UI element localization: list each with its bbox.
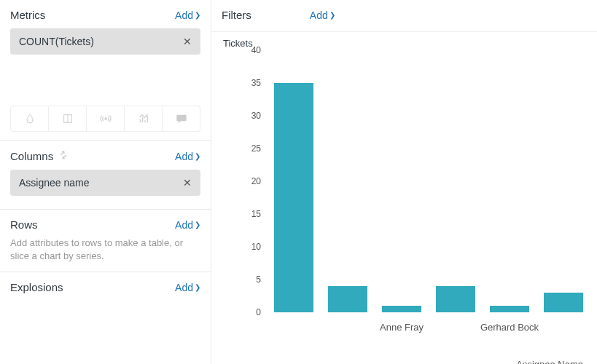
y-tick: 10 xyxy=(239,242,261,252)
filters-add-button[interactable]: Add ❯ xyxy=(310,9,335,21)
explosions-add-button[interactable]: Add ❯ xyxy=(175,282,200,293)
y-tick: 40 xyxy=(239,45,261,55)
rows-title: Rows xyxy=(10,218,38,231)
bars-area xyxy=(267,50,590,312)
main-panel: Filters Add ❯ Tickets 0510152025303540An… xyxy=(211,0,597,364)
y-tick: 35 xyxy=(239,78,261,88)
metrics-title: Metrics xyxy=(10,9,45,21)
explosions-title: Explosions xyxy=(10,281,63,293)
bar[interactable] xyxy=(436,286,475,312)
y-tick: 15 xyxy=(239,209,261,219)
column-pill[interactable]: Assignee name ✕ xyxy=(10,170,200,196)
swap-icon[interactable] xyxy=(58,150,69,162)
viz-type-row xyxy=(10,106,200,132)
chart-title: Tickets xyxy=(223,38,590,49)
y-tick: 5 xyxy=(239,274,261,285)
bar[interactable] xyxy=(490,306,528,312)
chevron-right-icon: ❯ xyxy=(329,11,335,19)
columns-title: Columns xyxy=(10,150,53,162)
bar[interactable] xyxy=(382,306,421,312)
droplet-icon[interactable] xyxy=(10,106,49,132)
chart-icon[interactable] xyxy=(125,106,163,132)
x-tick-label: Anne Fray xyxy=(380,322,424,333)
close-icon[interactable]: ✕ xyxy=(183,178,192,188)
bar[interactable] xyxy=(544,293,582,312)
chevron-right-icon: ❯ xyxy=(195,11,200,19)
columns-section: Columns Add ❯ Assignee name ✕ xyxy=(0,141,211,210)
y-tick: 25 xyxy=(239,143,261,154)
bar-chart: 0510152025303540Anne FrayGerhard Bock xyxy=(226,50,590,327)
rows-section: Rows Add ❯ Add attributes to rows to mak… xyxy=(0,210,211,272)
broadcast-icon[interactable] xyxy=(87,106,125,132)
columns-add-button[interactable]: Add ❯ xyxy=(175,151,200,162)
y-tick: 20 xyxy=(239,176,261,186)
metrics-section: Metrics Add ❯ COUNT(Tickets) ✕ xyxy=(0,0,211,141)
chevron-right-icon: ❯ xyxy=(195,283,200,291)
config-sidebar: Metrics Add ❯ COUNT(Tickets) ✕ xyxy=(0,0,211,364)
rows-add-button[interactable]: Add ❯ xyxy=(175,219,200,231)
chevron-right-icon: ❯ xyxy=(195,152,200,160)
columns-icon[interactable] xyxy=(49,106,87,132)
chevron-right-icon: ❯ xyxy=(195,221,200,229)
filters-title: Filters xyxy=(222,9,251,21)
x-tick-label: Gerhard Bock xyxy=(480,322,539,333)
metrics-add-button[interactable]: Add ❯ xyxy=(175,9,200,21)
rows-hint: Add attributes to rows to make a table, … xyxy=(10,237,200,263)
filters-bar: Filters Add ❯ xyxy=(211,0,597,32)
svg-point-2 xyxy=(104,118,106,119)
x-axis-label: Assignee Name xyxy=(516,359,583,364)
bar[interactable] xyxy=(274,83,313,312)
y-tick: 0 xyxy=(239,307,261,317)
explosions-section: Explosions Add ❯ xyxy=(0,272,211,302)
comment-icon[interactable] xyxy=(163,106,200,132)
column-pill-label: Assignee name xyxy=(19,177,90,189)
y-tick: 30 xyxy=(239,111,261,121)
metric-pill-label: COUNT(Tickets) xyxy=(19,36,94,47)
bar[interactable] xyxy=(328,286,367,312)
close-icon[interactable]: ✕ xyxy=(183,36,192,47)
chart-wrap: Tickets 0510152025303540Anne FrayGerhard… xyxy=(211,32,597,364)
metric-pill[interactable]: COUNT(Tickets) ✕ xyxy=(10,28,200,55)
